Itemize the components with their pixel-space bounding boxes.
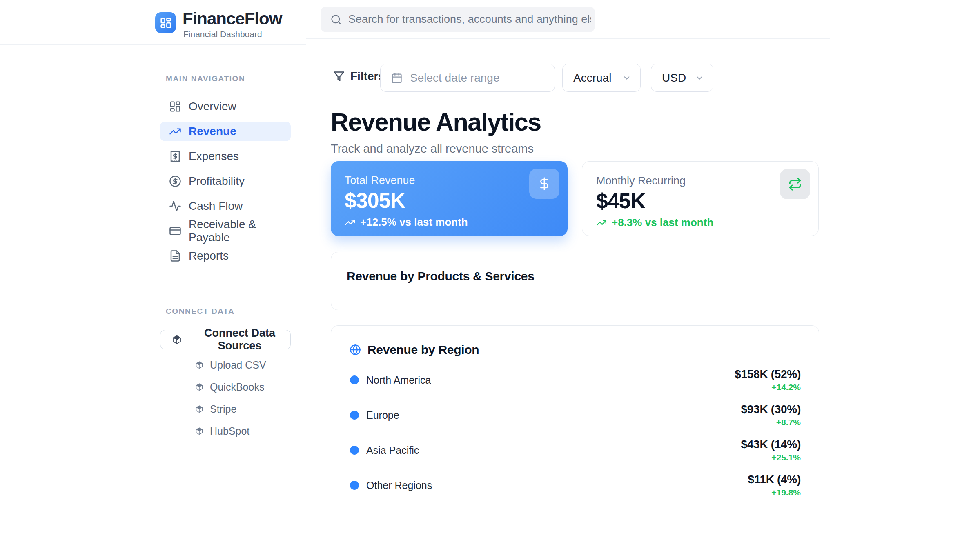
sidebar-item-cash-flow[interactable]: Cash Flow bbox=[160, 196, 291, 216]
page-subtitle: Track and analyze all revenue streams bbox=[331, 142, 534, 156]
connect-section-label: CONNECT DATA bbox=[166, 307, 234, 316]
region-row-other-regions: Other Regions $11K (4%) +19.8% bbox=[331, 471, 819, 500]
currency-value: USD bbox=[662, 71, 686, 84]
credit-card-icon bbox=[169, 225, 181, 237]
sidebar-item-label: Reports bbox=[189, 249, 229, 262]
connect-item-label: Stripe bbox=[210, 403, 236, 415]
cube-icon bbox=[172, 335, 182, 344]
stat-value: $305K bbox=[345, 188, 405, 213]
region-name: Europe bbox=[366, 409, 399, 421]
stat-label: Monthly Recurring bbox=[596, 175, 686, 187]
sidebar-header: FinanceFlow Financial Dashboard bbox=[0, 0, 306, 45]
connect-item-hubspot[interactable]: HubSpot bbox=[176, 420, 291, 442]
sidebar-item-label: Receivable & Payable bbox=[189, 218, 291, 244]
revenue-by-products-card: Revenue by Products & Services bbox=[331, 252, 830, 310]
region-delta: +8.7% bbox=[741, 417, 801, 428]
connect-item-stripe[interactable]: Stripe bbox=[176, 398, 291, 420]
sidebar-item-label: Cash Flow bbox=[189, 200, 243, 213]
revenue-by-region-card: Revenue by Region North America $158K (5… bbox=[331, 325, 819, 551]
region-value: $11K (4%) bbox=[748, 473, 801, 487]
region-delta: +25.1% bbox=[741, 452, 801, 463]
sidebar-item-revenue[interactable]: Revenue bbox=[160, 122, 291, 141]
region-card-title: Revenue by Region bbox=[368, 343, 479, 357]
sidebar-item-profitability[interactable]: Profitability bbox=[160, 171, 291, 191]
connect-item-label: QuickBooks bbox=[210, 381, 264, 393]
region-list: North America $158K (52%) +14.2% Europe … bbox=[331, 366, 819, 506]
sidebar-item-label: Profitability bbox=[189, 175, 245, 188]
page-title: Revenue Analytics bbox=[331, 108, 541, 136]
region-dot bbox=[350, 481, 359, 490]
globe-icon bbox=[350, 344, 361, 355]
search-input[interactable] bbox=[348, 13, 591, 26]
dollar-badge bbox=[529, 169, 559, 199]
region-dot bbox=[350, 411, 359, 420]
connect-item-upload-csv[interactable]: Upload CSV bbox=[176, 354, 291, 376]
receipt-icon bbox=[169, 150, 181, 162]
trending-up-icon bbox=[596, 218, 607, 228]
connect-item-label: HubSpot bbox=[210, 425, 249, 437]
layout-dashboard-icon bbox=[169, 100, 181, 113]
file-text-icon bbox=[169, 250, 181, 262]
cube-icon bbox=[195, 383, 203, 391]
circle-dollar-icon bbox=[169, 175, 181, 187]
app-window: FinanceFlow Financial Dashboard MAIN NAV… bbox=[0, 0, 830, 551]
region-dot bbox=[350, 375, 359, 384]
chevron-down-icon bbox=[622, 73, 631, 82]
stat-value: $45K bbox=[596, 189, 645, 213]
accounting-basis-value: Accrual bbox=[573, 71, 611, 84]
region-name: Asia Pacific bbox=[366, 444, 419, 456]
currency-select[interactable]: USD bbox=[651, 64, 713, 92]
region-name: Other Regions bbox=[366, 480, 432, 491]
region-value: $158K (52%) bbox=[735, 367, 801, 381]
region-row-north-america: North America $158K (52%) +14.2% bbox=[331, 366, 819, 394]
sidebar-item-label: Revenue bbox=[189, 125, 236, 138]
stat-delta-text: +12.5% vs last month bbox=[360, 216, 468, 229]
brand-tagline: Financial Dashboard bbox=[183, 29, 262, 39]
main-content: Filters Accrual USD Revenue Analytics Tr… bbox=[306, 0, 830, 551]
trending-up-icon bbox=[345, 217, 355, 228]
sidebar-item-receivable-payable[interactable]: Receivable & Payable bbox=[160, 221, 291, 241]
region-row-europe: Europe $93K (30%) +8.7% bbox=[331, 401, 819, 429]
calendar-icon bbox=[391, 72, 403, 84]
cube-icon bbox=[195, 427, 203, 435]
funnel-icon bbox=[333, 71, 345, 82]
chevron-down-icon bbox=[695, 73, 704, 82]
connect-item-label: Upload CSV bbox=[210, 359, 266, 371]
activity-icon bbox=[169, 200, 181, 212]
region-delta: +14.2% bbox=[735, 382, 801, 393]
filters-label: Filters bbox=[350, 70, 385, 83]
stat-label: Total Revenue bbox=[345, 174, 415, 187]
stat-delta-text: +8.3% vs last month bbox=[612, 216, 713, 229]
sidebar-item-expenses[interactable]: Expenses bbox=[160, 147, 291, 166]
region-delta: +19.8% bbox=[748, 487, 801, 498]
total-revenue-card: Total Revenue $305K +12.5% vs last month bbox=[331, 161, 568, 236]
date-range-input[interactable] bbox=[410, 71, 546, 84]
sidebar-item-reports[interactable]: Reports bbox=[160, 246, 291, 266]
connect-item-quickbooks[interactable]: QuickBooks bbox=[176, 376, 291, 398]
region-row-asia-pacific: Asia Pacific $43K (14%) +25.1% bbox=[331, 436, 819, 464]
accounting-basis-select[interactable]: Accrual bbox=[562, 64, 641, 92]
sidebar-item-label: Expenses bbox=[189, 150, 239, 163]
filter-bar: Filters Accrual USD bbox=[306, 39, 830, 105]
region-value: $93K (30%) bbox=[741, 402, 801, 416]
date-range-field[interactable] bbox=[380, 64, 555, 92]
region-card-header: Revenue by Region bbox=[350, 343, 479, 357]
sidebar-item-label: Overview bbox=[189, 100, 236, 113]
sidebar-item-overview[interactable]: Overview bbox=[160, 97, 291, 116]
sidebar: FinanceFlow Financial Dashboard MAIN NAV… bbox=[0, 0, 306, 551]
stat-delta: +8.3% vs last month bbox=[596, 216, 713, 229]
trending-up-icon bbox=[169, 125, 181, 138]
region-value: $43K (14%) bbox=[741, 438, 801, 451]
stat-delta: +12.5% vs last month bbox=[345, 216, 468, 229]
filters-toggle[interactable]: Filters bbox=[333, 70, 385, 83]
connect-data-sources-button[interactable]: Connect Data Sources bbox=[160, 330, 291, 349]
monthly-recurring-card: Monthly Recurring $45K +8.3% vs last mon… bbox=[582, 161, 819, 236]
region-name: North America bbox=[366, 374, 431, 386]
search-icon bbox=[330, 14, 342, 25]
top-bar bbox=[306, 0, 830, 39]
repeat-badge bbox=[780, 169, 810, 199]
nav-section-label: MAIN NAVIGATION bbox=[166, 74, 245, 83]
global-search[interactable] bbox=[321, 7, 595, 32]
region-dot bbox=[350, 446, 359, 455]
products-card-title: Revenue by Products & Services bbox=[347, 269, 535, 283]
